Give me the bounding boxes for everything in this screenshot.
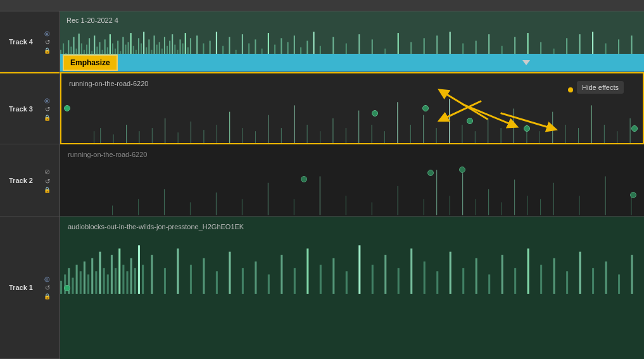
- svg-rect-207: [358, 245, 360, 294]
- timeline-area: Rec 1-20-2022 4: [60, 11, 644, 359]
- svg-rect-218: [502, 255, 503, 294]
- svg-rect-206: [346, 271, 348, 294]
- track-1-name: Track 1: [9, 284, 33, 291]
- track-3-timeline: running-on-the-road-6220 Hide effects: [60, 72, 644, 144]
- svg-rect-223: [566, 271, 568, 294]
- track-3-dot-1[interactable]: [372, 110, 378, 117]
- track-4-lock-icon[interactable]: 🔒: [44, 47, 51, 54]
- svg-rect-131: [552, 112, 553, 144]
- track-3-refresh-icon[interactable]: ↺: [45, 106, 50, 113]
- svg-rect-221: [540, 265, 542, 294]
- svg-rect-165: [553, 183, 554, 215]
- track-2-label: Track 2 ⊘ ↺ 🔒: [0, 144, 60, 217]
- track-1-left-dot[interactable]: [64, 285, 70, 291]
- svg-rect-155: [424, 199, 424, 215]
- svg-rect-228: [631, 255, 633, 294]
- top-scrollbar[interactable]: [0, 0, 644, 11]
- svg-rect-210: [398, 268, 400, 294]
- svg-rect-215: [462, 268, 464, 294]
- svg-rect-176: [87, 274, 89, 294]
- track-4-refresh-icon[interactable]: ↺: [45, 39, 50, 46]
- svg-rect-198: [242, 268, 244, 294]
- svg-rect-124: [462, 125, 462, 144]
- svg-rect-164: [540, 199, 541, 215]
- svg-rect-190: [142, 265, 144, 294]
- svg-rect-201: [281, 255, 282, 294]
- track-3-dot-2[interactable]: [422, 105, 429, 111]
- track-1-eye-icon[interactable]: ◎: [44, 275, 50, 282]
- track-labels-panel: Track 4 ◎ ↺ 🔒 Track 3 ◎: [0, 11, 60, 359]
- svg-rect-179: [99, 252, 101, 294]
- track-3-dot-3[interactable]: [467, 118, 473, 124]
- svg-rect-169: [60, 281, 62, 294]
- svg-rect-115: [346, 128, 346, 144]
- track-2-visibility-icon[interactable]: ⊘: [44, 168, 50, 176]
- svg-rect-194: [190, 265, 192, 294]
- svg-rect-159: [476, 199, 476, 215]
- track-2-clip-label: running-on-the-road-6220: [68, 151, 147, 158]
- svg-rect-97: [113, 134, 114, 144]
- svg-rect-135: [604, 125, 605, 144]
- svg-rect-174: [80, 271, 82, 294]
- svg-rect-116: [358, 111, 359, 144]
- svg-rect-166: [579, 196, 580, 215]
- svg-rect-192: [164, 268, 166, 294]
- svg-rect-103: [191, 122, 191, 144]
- track-2-dot-3[interactable]: [459, 167, 465, 173]
- svg-rect-105: [217, 125, 217, 144]
- emphasize-dropdown-icon[interactable]: [522, 60, 530, 65]
- svg-rect-152: [346, 196, 346, 215]
- track-4-eye-icon[interactable]: ◎: [44, 30, 50, 37]
- track-1-refresh-icon[interactable]: ↺: [45, 284, 50, 291]
- svg-rect-220: [527, 248, 529, 294]
- track-3-clip-label: running-on-the-road-6220: [69, 80, 148, 87]
- track-2-dot-1[interactable]: [301, 176, 307, 182]
- svg-rect-200: [268, 274, 270, 294]
- yellow-indicator-dot: [568, 87, 573, 92]
- svg-rect-102: [178, 132, 179, 144]
- svg-rect-119: [397, 102, 398, 144]
- track-3-left-dot[interactable]: [64, 105, 70, 111]
- track-1-waveform: [60, 236, 644, 294]
- svg-rect-217: [488, 274, 490, 294]
- svg-rect-132: [565, 125, 566, 144]
- hide-effects-label: Hide effects: [582, 84, 619, 91]
- svg-rect-163: [527, 196, 528, 215]
- track-2-refresh-icon[interactable]: ↺: [45, 178, 50, 185]
- svg-rect-144: [138, 199, 139, 215]
- hide-effects-tooltip: Hide effects: [577, 81, 624, 94]
- app-container: Track 4 ◎ ↺ 🔒 Track 3 ◎: [0, 0, 644, 359]
- track-3-dot-4[interactable]: [524, 125, 530, 132]
- svg-rect-148: [242, 199, 243, 215]
- svg-rect-177: [91, 258, 93, 294]
- svg-rect-150: [294, 199, 294, 215]
- svg-rect-133: [578, 128, 579, 144]
- svg-rect-214: [450, 252, 451, 294]
- track-1-label: Track 1 ◎ ↺ 🔒: [0, 217, 60, 359]
- track-2-dot-2[interactable]: [427, 170, 434, 176]
- svg-rect-127: [501, 128, 502, 144]
- svg-rect-191: [151, 255, 153, 294]
- track-4-timeline: Rec 1-20-2022 4: [60, 11, 644, 72]
- svg-rect-187: [130, 258, 132, 294]
- track-2-dot-4[interactable]: [630, 192, 636, 198]
- track-3-lock-icon[interactable]: 🔒: [44, 115, 51, 121]
- svg-rect-224: [579, 252, 581, 294]
- track-4-name: Track 4: [9, 38, 33, 46]
- track-3-dot-5[interactable]: [631, 125, 638, 132]
- track-2-lock-icon[interactable]: 🔒: [44, 187, 51, 193]
- svg-rect-197: [229, 252, 230, 294]
- svg-rect-168: [631, 196, 632, 215]
- svg-rect-226: [605, 261, 607, 294]
- emphasize-button[interactable]: Emphasize: [63, 54, 118, 71]
- track-1-lock-icon[interactable]: 🔒: [44, 293, 51, 299]
- svg-rect-101: [165, 118, 165, 144]
- emphasize-bar[interactable]: Emphasize: [60, 54, 644, 72]
- track-3-eye-icon[interactable]: ◎: [44, 97, 50, 104]
- svg-rect-208: [372, 265, 374, 294]
- svg-rect-136: [617, 131, 617, 144]
- svg-rect-180: [103, 268, 105, 294]
- svg-rect-153: [372, 202, 372, 215]
- svg-rect-225: [592, 268, 594, 294]
- svg-rect-172: [72, 278, 73, 294]
